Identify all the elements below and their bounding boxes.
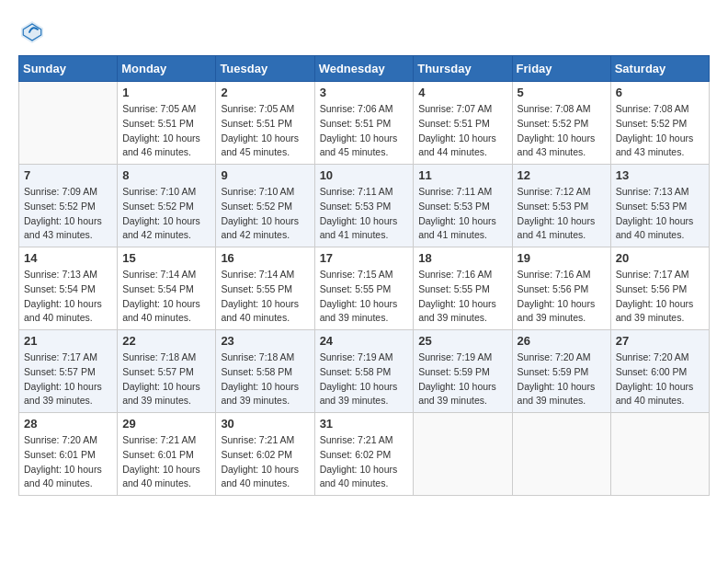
- day-number: 22: [122, 334, 210, 348]
- day-info: Sunrise: 7:10 AMSunset: 5:52 PMDaylight:…: [221, 185, 309, 243]
- calendar-cell: [19, 82, 118, 165]
- day-info: Sunrise: 7:19 AMSunset: 5:59 PMDaylight:…: [418, 350, 506, 408]
- day-number: 5: [518, 86, 606, 99]
- day-info: Sunrise: 7:12 AMSunset: 5:53 PMDaylight:…: [518, 185, 606, 243]
- day-number: 1: [122, 86, 210, 99]
- day-info: Sunrise: 7:08 AMSunset: 5:52 PMDaylight:…: [518, 102, 606, 160]
- day-number: 2: [221, 86, 309, 99]
- day-info: Sunrise: 7:17 AMSunset: 5:56 PMDaylight:…: [616, 268, 704, 326]
- calendar-cell: 8Sunrise: 7:10 AMSunset: 5:52 PMDaylight…: [118, 165, 216, 247]
- day-info: Sunrise: 7:08 AMSunset: 5:52 PMDaylight:…: [616, 102, 704, 160]
- calendar-cell: [610, 413, 709, 496]
- calendar-week-row: 7Sunrise: 7:09 AMSunset: 5:52 PMDaylight…: [19, 165, 710, 247]
- calendar-cell: 3Sunrise: 7:06 AMSunset: 5:51 PMDaylight…: [314, 82, 414, 165]
- col-header-sunday: Sunday: [19, 56, 118, 82]
- day-info: Sunrise: 7:17 AMSunset: 5:57 PMDaylight:…: [24, 350, 112, 408]
- day-info: Sunrise: 7:13 AMSunset: 5:54 PMDaylight:…: [24, 268, 112, 326]
- calendar-cell: 2Sunrise: 7:05 AMSunset: 5:51 PMDaylight…: [216, 82, 314, 165]
- day-number: 19: [518, 251, 606, 265]
- calendar-header-row: SundayMondayTuesdayWednesdayThursdayFrid…: [19, 56, 710, 82]
- day-info: Sunrise: 7:09 AMSunset: 5:52 PMDaylight:…: [24, 185, 112, 243]
- calendar-cell: 11Sunrise: 7:11 AMSunset: 5:53 PMDayligh…: [414, 165, 512, 247]
- calendar-table: SundayMondayTuesdayWednesdayThursdayFrid…: [18, 55, 710, 496]
- day-number: 10: [320, 168, 409, 182]
- calendar-cell: 19Sunrise: 7:16 AMSunset: 5:56 PMDayligh…: [512, 247, 610, 330]
- col-header-monday: Monday: [118, 56, 216, 82]
- day-info: Sunrise: 7:05 AMSunset: 5:51 PMDaylight:…: [221, 102, 309, 160]
- day-info: Sunrise: 7:18 AMSunset: 5:58 PMDaylight:…: [221, 350, 309, 408]
- day-number: 17: [320, 251, 409, 265]
- day-number: 16: [221, 251, 309, 265]
- day-info: Sunrise: 7:07 AMSunset: 5:51 PMDaylight:…: [418, 102, 506, 160]
- calendar-cell: 10Sunrise: 7:11 AMSunset: 5:53 PMDayligh…: [314, 165, 414, 247]
- day-info: Sunrise: 7:19 AMSunset: 5:58 PMDaylight:…: [320, 350, 409, 408]
- day-info: Sunrise: 7:06 AMSunset: 5:51 PMDaylight:…: [320, 102, 409, 160]
- calendar-cell: 12Sunrise: 7:12 AMSunset: 5:53 PMDayligh…: [512, 165, 610, 247]
- day-number: 20: [616, 251, 704, 265]
- day-number: 11: [418, 168, 506, 182]
- calendar-cell: 9Sunrise: 7:10 AMSunset: 5:52 PMDaylight…: [216, 165, 314, 247]
- day-info: Sunrise: 7:21 AMSunset: 6:02 PMDaylight:…: [221, 433, 309, 491]
- calendar-cell: 27Sunrise: 7:20 AMSunset: 6:00 PMDayligh…: [610, 330, 709, 413]
- calendar-cell: 31Sunrise: 7:21 AMSunset: 6:02 PMDayligh…: [314, 413, 414, 496]
- calendar-cell: 17Sunrise: 7:15 AMSunset: 5:55 PMDayligh…: [314, 247, 414, 330]
- day-number: 8: [122, 168, 210, 182]
- day-number: 6: [616, 86, 704, 99]
- day-info: Sunrise: 7:13 AMSunset: 5:53 PMDaylight:…: [616, 185, 704, 243]
- calendar-cell: 22Sunrise: 7:18 AMSunset: 5:57 PMDayligh…: [118, 330, 216, 413]
- day-number: 4: [418, 86, 506, 99]
- day-number: 13: [616, 168, 704, 182]
- calendar-week-row: 1Sunrise: 7:05 AMSunset: 5:51 PMDaylight…: [19, 82, 710, 165]
- day-number: 23: [221, 334, 309, 348]
- day-info: Sunrise: 7:20 AMSunset: 5:59 PMDaylight:…: [518, 350, 606, 408]
- day-number: 12: [518, 168, 606, 182]
- day-number: 3: [320, 86, 409, 99]
- calendar-cell: 29Sunrise: 7:21 AMSunset: 6:01 PMDayligh…: [118, 413, 216, 496]
- calendar-week-row: 28Sunrise: 7:20 AMSunset: 6:01 PMDayligh…: [19, 413, 710, 496]
- calendar-cell: 21Sunrise: 7:17 AMSunset: 5:57 PMDayligh…: [19, 330, 118, 413]
- day-number: 18: [418, 251, 506, 265]
- col-header-wednesday: Wednesday: [314, 56, 414, 82]
- day-info: Sunrise: 7:10 AMSunset: 5:52 PMDaylight:…: [122, 185, 210, 243]
- col-header-saturday: Saturday: [610, 56, 709, 82]
- day-number: 28: [24, 417, 112, 431]
- calendar-cell: 5Sunrise: 7:08 AMSunset: 5:52 PMDaylight…: [512, 82, 610, 165]
- logo-icon: [18, 18, 46, 46]
- col-header-thursday: Thursday: [414, 56, 512, 82]
- day-info: Sunrise: 7:18 AMSunset: 5:57 PMDaylight:…: [122, 350, 210, 408]
- day-info: Sunrise: 7:14 AMSunset: 5:55 PMDaylight:…: [221, 268, 309, 326]
- calendar-cell: 23Sunrise: 7:18 AMSunset: 5:58 PMDayligh…: [216, 330, 314, 413]
- day-number: 21: [24, 334, 112, 348]
- day-info: Sunrise: 7:15 AMSunset: 5:55 PMDaylight:…: [320, 268, 409, 326]
- logo: [18, 18, 50, 46]
- day-number: 24: [320, 334, 409, 348]
- calendar-cell: 28Sunrise: 7:20 AMSunset: 6:01 PMDayligh…: [19, 413, 118, 496]
- day-info: Sunrise: 7:16 AMSunset: 5:55 PMDaylight:…: [418, 268, 506, 326]
- calendar-cell: [414, 413, 512, 496]
- calendar-cell: 16Sunrise: 7:14 AMSunset: 5:55 PMDayligh…: [216, 247, 314, 330]
- day-info: Sunrise: 7:11 AMSunset: 5:53 PMDaylight:…: [418, 185, 506, 243]
- day-info: Sunrise: 7:16 AMSunset: 5:56 PMDaylight:…: [518, 268, 606, 326]
- day-number: 25: [418, 334, 506, 348]
- day-number: 29: [122, 417, 210, 431]
- calendar-cell: 18Sunrise: 7:16 AMSunset: 5:55 PMDayligh…: [414, 247, 512, 330]
- calendar-cell: 4Sunrise: 7:07 AMSunset: 5:51 PMDaylight…: [414, 82, 512, 165]
- calendar-week-row: 14Sunrise: 7:13 AMSunset: 5:54 PMDayligh…: [19, 247, 710, 330]
- col-header-friday: Friday: [512, 56, 610, 82]
- calendar-week-row: 21Sunrise: 7:17 AMSunset: 5:57 PMDayligh…: [19, 330, 710, 413]
- calendar-cell: 24Sunrise: 7:19 AMSunset: 5:58 PMDayligh…: [314, 330, 414, 413]
- calendar-cell: 13Sunrise: 7:13 AMSunset: 5:53 PMDayligh…: [610, 165, 709, 247]
- day-info: Sunrise: 7:11 AMSunset: 5:53 PMDaylight:…: [320, 185, 409, 243]
- day-info: Sunrise: 7:20 AMSunset: 6:00 PMDaylight:…: [616, 350, 704, 408]
- day-number: 30: [221, 417, 309, 431]
- page-header: [18, 18, 710, 46]
- calendar-cell: 20Sunrise: 7:17 AMSunset: 5:56 PMDayligh…: [610, 247, 709, 330]
- calendar-cell: [512, 413, 610, 496]
- day-info: Sunrise: 7:05 AMSunset: 5:51 PMDaylight:…: [122, 102, 210, 160]
- day-info: Sunrise: 7:21 AMSunset: 6:01 PMDaylight:…: [122, 433, 210, 491]
- calendar-cell: 1Sunrise: 7:05 AMSunset: 5:51 PMDaylight…: [118, 82, 216, 165]
- day-info: Sunrise: 7:21 AMSunset: 6:02 PMDaylight:…: [320, 433, 409, 491]
- calendar-cell: 25Sunrise: 7:19 AMSunset: 5:59 PMDayligh…: [414, 330, 512, 413]
- day-number: 27: [616, 334, 704, 348]
- day-number: 26: [518, 334, 606, 348]
